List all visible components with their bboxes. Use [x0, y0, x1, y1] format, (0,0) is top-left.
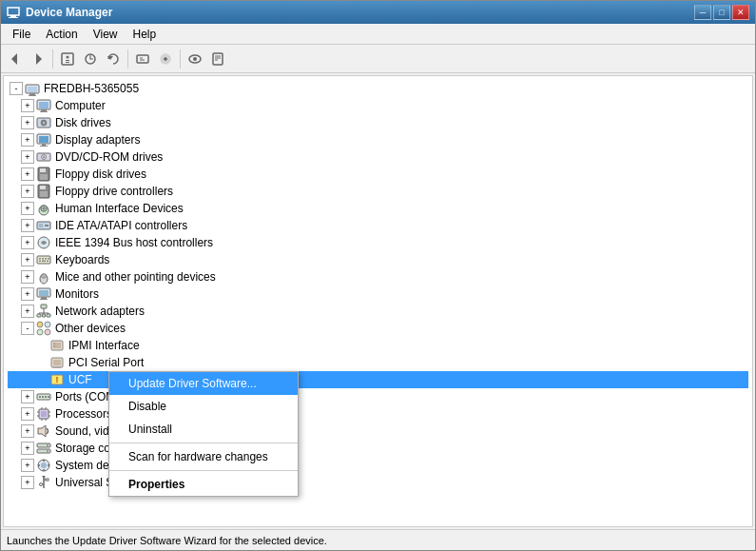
svg-rect-7: [66, 60, 69, 61]
svg-point-77: [37, 329, 43, 335]
computer-label: Computer: [55, 99, 106, 112]
disk-expand[interactable]: +: [21, 116, 34, 129]
tree-item-keyboard[interactable]: + Keyboards: [8, 251, 748, 268]
computer-icon: [36, 98, 51, 113]
svg-marker-4: [36, 53, 42, 65]
close-button[interactable]: ✕: [732, 5, 749, 20]
monitors-icon: [36, 286, 51, 302]
svg-rect-66: [41, 305, 47, 308]
svg-point-81: [53, 343, 55, 344]
ctx-uninstall[interactable]: Uninstall: [109, 418, 298, 441]
monitors-expand[interactable]: +: [21, 287, 34, 301]
maximize-button[interactable]: □: [713, 5, 730, 20]
other-expand[interactable]: -: [21, 322, 34, 335]
ctx-properties[interactable]: Properties: [109, 473, 298, 496]
tree-item-ieee[interactable]: + IEEE 1394 Bus host controllers: [8, 234, 748, 251]
status-text: Launches the Update Driver Software Wiza…: [7, 535, 327, 546]
menu-help[interactable]: Help: [126, 26, 165, 43]
display-expand[interactable]: +: [21, 133, 34, 147]
properties-button[interactable]: [57, 49, 78, 69]
menu-action[interactable]: Action: [38, 26, 85, 43]
keyboard-expand[interactable]: +: [21, 253, 34, 266]
mice-expand[interactable]: +: [21, 270, 34, 284]
update-button[interactable]: [103, 49, 124, 69]
svg-rect-48: [39, 224, 43, 227]
back-button[interactable]: [5, 49, 26, 69]
floppy-disk-expand[interactable]: +: [21, 167, 34, 181]
computer-expand[interactable]: +: [21, 99, 34, 112]
tree-item-floppy-ctrl[interactable]: + Floppy drive controllers: [8, 183, 748, 200]
tree-item-disk[interactable]: + Disk drives: [8, 114, 748, 131]
root-label: FREDBH-5365055: [44, 82, 139, 95]
svg-rect-25: [41, 109, 47, 111]
svg-marker-119: [42, 476, 46, 479]
usb-icon: [36, 475, 51, 490]
tree-item-ipmi[interactable]: IPMI Interface: [8, 337, 748, 354]
keyboard-label: Keyboards: [55, 253, 109, 266]
tree-root[interactable]: - FREDBH-5365055: [8, 80, 748, 97]
svg-point-91: [45, 396, 47, 398]
ctx-update-driver[interactable]: Update Driver Software...: [109, 372, 298, 395]
tb-sep3: [180, 49, 181, 69]
svg-rect-63: [39, 290, 48, 296]
hid-icon: [36, 201, 51, 216]
storage-expand[interactable]: +: [21, 442, 34, 455]
svg-rect-21: [29, 93, 35, 95]
menu-file[interactable]: File: [5, 26, 38, 43]
svg-rect-68: [47, 314, 50, 317]
svg-point-92: [48, 396, 49, 398]
menu-view[interactable]: View: [86, 26, 126, 43]
tree-item-other[interactable]: - Other devices: [8, 320, 748, 337]
tree-item-monitors[interactable]: + Monitors: [8, 285, 748, 303]
root-expand[interactable]: -: [10, 82, 23, 95]
svg-rect-49: [45, 225, 48, 226]
svg-point-109: [41, 462, 47, 468]
ports-expand[interactable]: +: [21, 390, 34, 403]
ctx-scan[interactable]: Scan for hardware changes: [109, 445, 298, 468]
action-button1[interactable]: [132, 49, 153, 69]
svg-rect-52: [39, 258, 41, 260]
monitors-label: Monitors: [55, 287, 99, 301]
tree-item-network[interactable]: + Network adapters: [8, 303, 748, 320]
svg-rect-67: [37, 314, 41, 317]
device-manager-window: Device Manager ─ □ ✕ File Action View He…: [0, 0, 756, 551]
tree-item-mice[interactable]: + Mice and other pointing devices: [8, 268, 748, 285]
tree-item-computer[interactable]: + Computer: [8, 97, 748, 114]
show-hidden-button[interactable]: [184, 49, 205, 69]
svg-rect-65: [40, 299, 48, 300]
disk-label: Disk drives: [55, 116, 111, 129]
tree-item-floppy-disk[interactable]: + Floppy disk drives: [8, 166, 748, 183]
help-button[interactable]: [207, 49, 228, 69]
storage-icon: [36, 441, 51, 456]
ucf-label: UCF: [68, 373, 92, 386]
forward-button[interactable]: [28, 49, 48, 69]
tree-item-display[interactable]: + Display adapters: [8, 131, 748, 148]
minimize-button[interactable]: ─: [694, 5, 711, 20]
hid-expand[interactable]: +: [21, 202, 34, 215]
tree-item-hid[interactable]: + Human Interface Devices: [8, 200, 748, 217]
scan-button[interactable]: [80, 49, 101, 69]
svg-rect-84: [53, 360, 61, 365]
floppy-ctrl-expand[interactable]: +: [21, 185, 34, 198]
sound-expand[interactable]: +: [21, 424, 34, 438]
ide-expand[interactable]: +: [21, 219, 34, 232]
hid-label: Human Interface Devices: [55, 202, 184, 215]
processors-expand[interactable]: +: [21, 407, 34, 421]
svg-rect-24: [39, 102, 48, 108]
action-button2[interactable]: [155, 49, 176, 69]
tree-item-pci[interactable]: PCI Serial Port: [8, 354, 748, 371]
svg-rect-41: [40, 186, 46, 189]
ide-label: IDE ATA/ATAPI controllers: [55, 219, 187, 232]
usb-expand[interactable]: +: [21, 476, 34, 489]
ieee-expand[interactable]: +: [21, 236, 34, 249]
tree-item-dvd[interactable]: + DVD/CD-ROM drives: [8, 148, 748, 166]
dvd-expand[interactable]: +: [21, 150, 34, 164]
system-expand[interactable]: +: [21, 459, 34, 472]
ctx-disable[interactable]: Disable: [109, 395, 298, 418]
svg-rect-51: [37, 256, 50, 264]
svg-rect-8: [66, 62, 69, 63]
tree-item-ide[interactable]: + IDE ATA/ATAPI controllers: [8, 217, 748, 234]
ucf-icon: !: [49, 372, 65, 387]
svg-rect-115: [46, 479, 48, 481]
network-expand[interactable]: +: [21, 305, 34, 318]
